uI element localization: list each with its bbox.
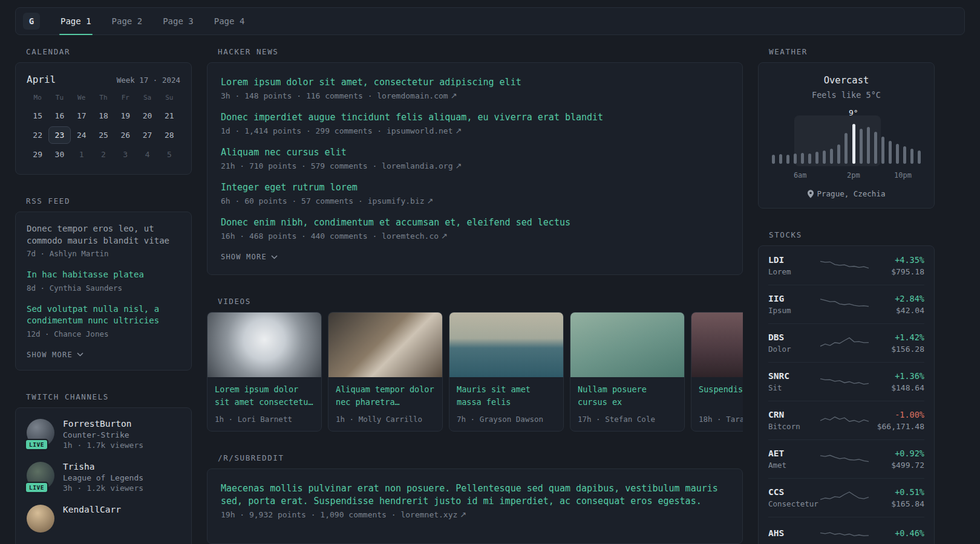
stock-row[interactable]: LDI Lorem +4.35% $795.18 [768,247,924,285]
video-title[interactable]: Lorem ipsum dolor sit amet consectetu… [215,383,314,409]
weather-time-axis: 6am2pm10pm [772,171,921,181]
stock-row[interactable]: IIG Ipsum +2.84% $42.04 [768,285,924,323]
video-title[interactable]: Suspendisse diam [699,383,743,396]
twitch-channel[interactable]: LIVE ForrestBurton Counter-Strike 1h · 1… [27,419,180,450]
tab-page-2[interactable]: Page 2 [111,8,144,34]
show-more-button[interactable]: SHOW MORE [27,349,83,359]
video-title[interactable]: Nullam posuere cursus ex [578,383,677,409]
calendar-day[interactable]: 4 [136,146,158,163]
channel-name[interactable]: Trisha [63,462,143,471]
feed-item-domain-link[interactable]: loremdomain.com [377,91,448,100]
calendar-day[interactable]: 16 [48,107,70,125]
feed-item-title[interactable]: Lorem ipsum dolor sit amet, consectetur … [221,76,729,89]
calendar-day[interactable]: 17 [71,107,93,125]
video-card[interactable]: Aliquam tempor dolor nec pharetra… 1h · … [328,312,443,432]
weather-hour-bar [837,144,840,164]
calendar-day[interactable]: 5 [158,146,180,163]
calendar-day[interactable]: 29 [27,146,48,163]
tab-page-1[interactable]: Page 1 [59,8,93,34]
stock-row[interactable]: CCS Consectetur +0.51% $165.84 [768,478,924,517]
feed-item-title[interactable]: Donec imperdiet augue tincidunt felis al… [221,111,729,124]
calendar-day[interactable]: 3 [114,146,136,163]
weather-hour-bar [844,133,848,164]
video-card[interactable]: Suspendisse diam 18h · Tara [691,312,743,432]
feed-item-title[interactable]: Integer eget rutrum lorem [221,181,729,194]
calendar-day[interactable]: 18 [93,107,114,125]
video-title[interactable]: Mauris sit amet massa felis [457,383,556,409]
calendar-grid: MoTuWeThFrSaSu15161718192021222324252627… [27,91,180,163]
live-badge: LIVE [25,482,48,493]
calendar-day[interactable]: 27 [136,126,158,144]
feed-item-domain-link[interactable]: loremtech.co [382,232,439,241]
tab-page-4[interactable]: Page 4 [213,8,246,34]
calendar-day[interactable]: 1 [71,146,93,163]
feed-item-title[interactable]: Maecenas mollis pulvinar erat non posuer… [221,482,729,508]
twitch-channel[interactable]: KendallCarr [27,505,180,533]
feed-item-stats: 16h · 468 points · 440 comments · [221,232,382,241]
channel-name[interactable]: ForrestBurton [63,419,143,429]
calendar-day[interactable]: 15 [27,107,48,125]
stock-row[interactable]: CRN Bitcorn -1.00% $66,171.48 [768,401,924,439]
channel-name[interactable]: KendallCarr [63,505,121,514]
stock-name: Ipsum [768,306,820,315]
video-card-body: Mauris sit amet massa felis 7h · Grayson… [449,377,563,431]
calendar-day[interactable]: 24 [71,126,93,144]
video-thumbnail[interactable] [328,312,442,377]
feed-item: Lorem ipsum dolor sit amet, consectetur … [221,76,729,100]
tab-page-3[interactable]: Page 3 [162,8,195,34]
video-card[interactable]: Nullam posuere cursus ex 17h · Stefan Co… [570,312,685,432]
weather-hour-bar [786,155,789,164]
calendar-day[interactable]: 2 [93,146,114,163]
middle-column: HACKER NEWS Lorem ipsum dolor sit amet, … [207,47,743,544]
stock-name: Lorem [768,267,820,276]
weather-bars [772,124,921,164]
app-logo[interactable]: G [23,13,40,30]
feed-item-title[interactable]: Aliquam nec cursus elit [221,146,729,159]
section-title-calendar: CALENDAR [26,47,192,56]
calendar-day[interactable]: 19 [114,107,136,125]
video-thumbnail[interactable] [207,312,321,377]
calendar-day[interactable]: 26 [114,126,136,144]
stock-row[interactable]: SNRC Sit +1.36% $148.64 [768,362,924,401]
video-thumbnail[interactable] [449,312,563,377]
video-thumbnail[interactable] [691,312,743,377]
calendar-day[interactable]: 20 [136,107,158,125]
rss-item-title[interactable]: Sed volutpat nulla nisl, a condimentum n… [27,303,180,327]
stock-row[interactable]: AHS +0.46% [768,517,924,544]
rss-item-title[interactable]: Donec tempor eros leo, ut commodo mauris… [27,223,180,247]
video-thumbnail[interactable] [570,312,684,377]
show-more-label: SHOW MORE [221,253,267,261]
channel-game: League of Legends [63,473,143,482]
calendar-day[interactable]: 30 [48,146,70,163]
stock-sparkline [820,490,869,507]
stock-id: CRN Bitcorn [768,410,820,431]
feed-item-meta: 1d · 1,414 points · 299 comments · ipsum… [221,126,729,135]
show-more-button[interactable]: SHOW MORE [221,251,278,261]
dashboard: CALENDAR April Week 17 · 2024 MoTuWeThFr… [0,35,980,544]
calendar-day[interactable]: 21 [158,107,180,125]
twitch-section: TWITCH CHANNELS LIVE ForrestBurton Count… [15,392,192,544]
calendar-day[interactable]: 22 [27,126,48,144]
feed-item: Aliquam nec cursus elit 21h · 710 points… [221,146,729,170]
stock-symbol: SNRC [768,371,820,381]
feed-item-domain-link[interactable]: ipsumworld.net [387,126,453,135]
calendar-day[interactable]: 25 [93,126,114,144]
video-title[interactable]: Aliquam tempor dolor nec pharetra… [336,383,435,409]
video-card[interactable]: Mauris sit amet massa felis 7h · Grayson… [449,312,564,432]
calendar-day-header: Fr [114,91,136,105]
rss-section: RSS FEED Donec tempor eros leo, ut commo… [15,196,192,371]
rss-item-title[interactable]: In hac habitasse platea [27,269,180,281]
twitch-channel[interactable]: LIVE Trisha League of Legends 3h · 1.2k … [27,462,180,493]
stock-row[interactable]: AET Amet +0.92% $499.72 [768,439,924,478]
feed-item: Donec imperdiet augue tincidunt felis al… [221,111,729,135]
feed-item-title[interactable]: Donec enim nibh, condimentum et accumsan… [221,216,729,229]
feed-item-domain-link[interactable]: loremnet.xyz [400,510,457,519]
feed-item-domain-link[interactable]: ipsumify.biz [368,196,425,206]
feed-item-domain-link[interactable]: loremlandia.org [382,161,452,170]
video-meta: 7h · Grayson Dawson [457,415,556,424]
stock-id: DBS Dolor [768,332,820,354]
video-card[interactable]: Lorem ipsum dolor sit amet consectetu… 1… [207,312,322,432]
calendar-day[interactable]: 23 [48,126,70,144]
stock-row[interactable]: DBS Dolor +1.42% $156.28 [768,323,924,362]
calendar-day[interactable]: 28 [158,126,180,144]
